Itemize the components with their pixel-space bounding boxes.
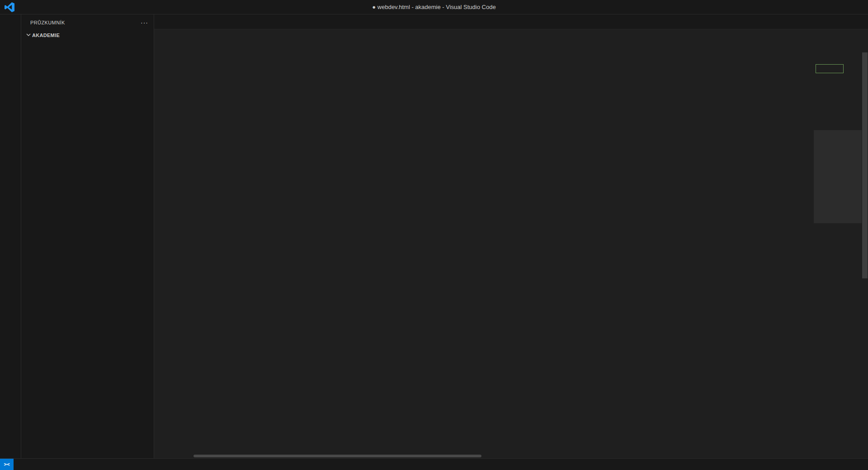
- tree-root-folder[interactable]: AKADEMIE: [21, 30, 154, 40]
- horizontal-scrollbar[interactable]: [154, 454, 814, 458]
- editor-pane[interactable]: [154, 42, 868, 458]
- sidebar-more-actions-icon[interactable]: ···: [141, 19, 148, 26]
- vertical-scrollbar[interactable]: [862, 42, 868, 458]
- vscode-logo-icon: [5, 2, 14, 12]
- editor-actions: [863, 14, 868, 29]
- title-bar: ● webdev.html - akademie - Visual Studio…: [0, 0, 868, 14]
- remote-indicator[interactable]: ><: [0, 459, 14, 470]
- workbench: PRŮZKUMNÍK ··· AKADEMIE: [0, 14, 868, 458]
- sidebar-title: PRŮZKUMNÍK: [30, 20, 65, 25]
- minimap-slider[interactable]: [814, 130, 862, 223]
- activity-bar: [0, 14, 21, 458]
- sidebar-header: PRŮZKUMNÍK ···: [21, 14, 154, 30]
- explorer-sidebar: PRŮZKUMNÍK ··· AKADEMIE: [21, 14, 154, 458]
- status-bar: ><: [0, 458, 868, 470]
- window-title: ● webdev.html - akademie - Visual Studio…: [0, 4, 868, 10]
- chevron-down-icon: [25, 31, 32, 39]
- breadcrumb: [154, 29, 868, 42]
- root-folder-label: AKADEMIE: [32, 33, 60, 38]
- minimap[interactable]: [814, 42, 862, 458]
- tab-bar: [154, 14, 868, 29]
- editor-group: [154, 14, 868, 458]
